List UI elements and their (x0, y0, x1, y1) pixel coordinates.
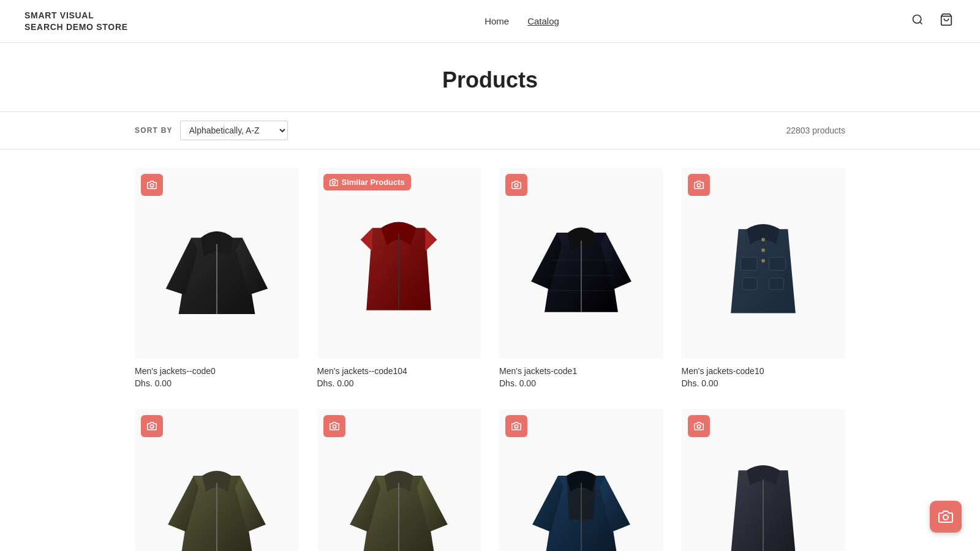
camera-button[interactable] (505, 174, 527, 196)
floating-camera-button[interactable] (930, 501, 962, 533)
product-info: Men's jackets--code104Dhs. 0.00 (317, 359, 481, 391)
svg-point-0 (913, 15, 921, 23)
cart-icon (940, 13, 953, 26)
camera-icon (147, 180, 157, 190)
main-nav: Home Catalog (484, 16, 559, 26)
camera-button[interactable] (141, 415, 163, 437)
floating-camera-icon (938, 509, 953, 524)
svg-point-3 (150, 184, 153, 187)
product-image-wrapper: Similar Products (317, 168, 481, 359)
camera-icon (511, 180, 521, 190)
sort-bar-left: SORT BY Alphabetically, A-Z Alphabetical… (135, 121, 288, 140)
camera-button[interactable] (688, 174, 710, 196)
camera-button[interactable] (688, 415, 710, 437)
svg-point-20 (150, 425, 153, 428)
product-card[interactable]: Men's jackets--code0Dhs. 0.00 (135, 168, 299, 391)
svg-rect-14 (769, 257, 786, 270)
product-image-wrapper (135, 409, 299, 551)
svg-point-18 (761, 249, 765, 252)
header: SMART VISUAL SEARCH DEMO STORE Home Cata… (0, 0, 980, 43)
camera-button[interactable] (141, 174, 163, 196)
nav-home[interactable]: Home (484, 16, 509, 26)
product-image-wrapper (682, 168, 846, 359)
sort-bar: SORT BY Alphabetically, A-Z Alphabetical… (0, 111, 980, 149)
product-card[interactable]: Men's jackets-code103Dhs. 0.00 (682, 409, 846, 551)
svg-point-22 (333, 425, 336, 428)
svg-point-7 (514, 184, 518, 187)
page-title-section: Products (0, 43, 980, 111)
header-actions (909, 10, 956, 32)
product-name: Men's jackets--code0 (135, 366, 299, 376)
camera-button[interactable] (323, 415, 345, 437)
camera-icon (330, 178, 338, 187)
product-name: Men's jackets-code10 (682, 366, 846, 376)
product-name: Men's jackets--code104 (317, 366, 481, 376)
product-card[interactable]: Men's jackets-code10Dhs. 0.00 (682, 168, 846, 391)
logo: SMART VISUAL SEARCH DEMO STORE (24, 10, 135, 32)
product-image (682, 168, 846, 359)
product-name: Men's jackets-code1 (499, 366, 663, 376)
sort-select[interactable]: Alphabetically, A-Z Alphabetically, Z-A … (180, 121, 288, 140)
svg-point-5 (332, 181, 335, 184)
product-card[interactable]: Men's jackets-code102Dhs. 0.00 (499, 409, 663, 551)
search-button[interactable] (909, 11, 926, 31)
product-price: Dhs. 0.00 (317, 378, 481, 388)
svg-point-12 (697, 184, 700, 187)
product-image-wrapper (682, 409, 846, 551)
product-info: Men's jackets-code10Dhs. 0.00 (682, 359, 846, 391)
product-image-wrapper (499, 409, 663, 551)
similar-products-label: Similar Products (342, 178, 405, 187)
product-card[interactable]: Similar Products Men's jackets--code104D… (317, 168, 481, 391)
svg-rect-13 (741, 257, 758, 270)
product-count: 22803 products (786, 126, 845, 135)
sort-label: SORT BY (135, 126, 173, 135)
product-price: Dhs. 0.00 (135, 378, 299, 388)
camera-icon (147, 421, 157, 431)
nav-catalog[interactable]: Catalog (527, 16, 559, 26)
page-title: Products (0, 67, 980, 93)
product-card[interactable]: Men's jackets-code101Dhs. 0.00 (317, 409, 481, 551)
products-grid: Men's jackets--code0Dhs. 0.00Similar Pro… (0, 149, 980, 551)
product-card[interactable]: Men's jackets-code1Dhs. 0.00 (499, 168, 663, 391)
svg-point-24 (514, 425, 518, 428)
svg-line-1 (920, 22, 922, 24)
svg-rect-16 (769, 278, 784, 290)
product-price: Dhs. 0.00 (499, 378, 663, 388)
camera-icon (511, 421, 521, 431)
product-image (317, 168, 481, 359)
product-image-wrapper (317, 409, 481, 551)
product-image (135, 168, 299, 359)
svg-point-17 (761, 238, 765, 242)
similar-products-button[interactable]: Similar Products (323, 174, 411, 190)
search-icon (911, 13, 924, 26)
product-image-wrapper (499, 168, 663, 359)
product-image (499, 168, 663, 359)
cart-button[interactable] (937, 10, 956, 32)
camera-icon (694, 421, 704, 431)
product-image-wrapper (135, 168, 299, 359)
svg-point-28 (943, 515, 948, 520)
camera-icon (694, 180, 704, 190)
product-info: Men's jackets--code0Dhs. 0.00 (135, 359, 299, 391)
product-info: Men's jackets-code1Dhs. 0.00 (499, 359, 663, 391)
camera-icon (330, 421, 339, 431)
svg-point-19 (761, 259, 765, 263)
svg-point-26 (697, 425, 700, 428)
svg-rect-15 (743, 278, 758, 290)
camera-button[interactable] (505, 415, 527, 437)
product-price: Dhs. 0.00 (682, 378, 846, 388)
product-card[interactable]: Men's jackets-code100Dhs. 0.00 (135, 409, 299, 551)
